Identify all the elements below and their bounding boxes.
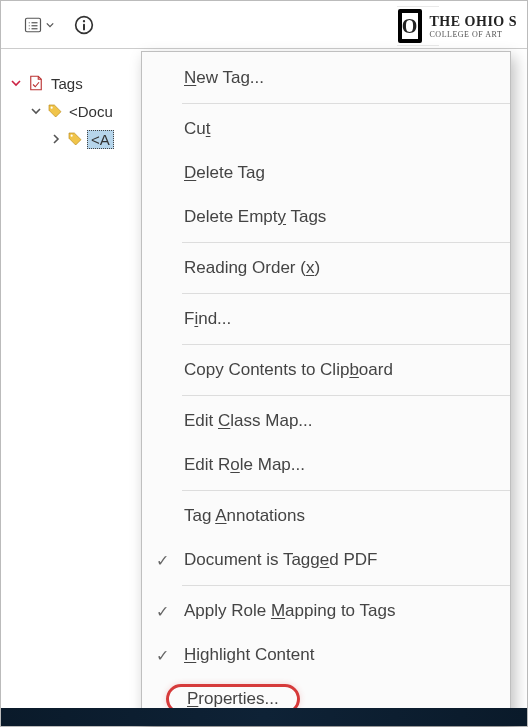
chevron-down-icon [46, 21, 54, 29]
document-strip [1, 708, 527, 726]
tag-icon [47, 103, 63, 119]
svg-point-8 [83, 20, 85, 22]
info-button[interactable] [69, 10, 99, 40]
menu-item-edit-class-map[interactable]: Edit Class Map... [142, 399, 510, 443]
menu-separator [182, 395, 510, 396]
menu-item-delete-tag[interactable]: Delete Tag [142, 151, 510, 195]
collapse-icon[interactable] [29, 104, 43, 118]
check-icon: ✓ [156, 551, 169, 570]
collapse-icon[interactable] [9, 76, 23, 90]
tree-document-label: <Docu [67, 103, 115, 120]
menu-separator [182, 103, 510, 104]
check-icon: ✓ [156, 646, 169, 665]
menu-item-label: Copy Contents to Clipboard [184, 360, 393, 380]
tree-root-label: Tags [49, 75, 85, 92]
menu-item-apply-role-map[interactable]: ✓Apply Role Mapping to Tags [142, 589, 510, 633]
menu-item-highlight[interactable]: ✓Highlight Content [142, 633, 510, 677]
logo: O THE OHIO S COLLEGE OF ART [394, 7, 521, 45]
svg-point-10 [51, 107, 53, 109]
menu-item-label: New Tag... [184, 68, 264, 88]
svg-rect-9 [83, 23, 85, 30]
menu-separator [182, 293, 510, 294]
svg-point-5 [29, 28, 30, 29]
tags-context-menu: New Tag...CutDelete TagDelete Empty Tags… [141, 51, 511, 726]
list-icon [24, 16, 42, 34]
menu-item-label: Properties... [187, 689, 279, 708]
menu-separator [182, 585, 510, 586]
menu-separator [182, 344, 510, 345]
menu-item-edit-role-map[interactable]: Edit Role Map... [142, 443, 510, 487]
tree-row-document[interactable]: <Docu [1, 97, 141, 125]
menu-item-label: Edit Class Map... [184, 411, 313, 431]
menu-item-label: Document is Tagged PDF [184, 550, 377, 570]
menu-item-reading-order[interactable]: Reading Order (x) [142, 246, 510, 290]
check-icon: ✓ [156, 602, 169, 621]
menu-separator [182, 242, 510, 243]
svg-point-11 [71, 135, 73, 137]
panel-frame: O THE OHIO S COLLEGE OF ART Tags [0, 0, 528, 727]
menu-item-label: Apply Role Mapping to Tags [184, 601, 395, 621]
svg-rect-0 [26, 18, 41, 32]
menu-item-label: Tag Annotations [184, 506, 305, 526]
menu-item-doc-tagged[interactable]: ✓Document is Tagged PDF [142, 538, 510, 582]
menu-item-find[interactable]: Find... [142, 297, 510, 341]
logo-main-text: THE OHIO S [430, 14, 517, 30]
tags-tree: Tags <Docu <A [1, 49, 141, 726]
menu-item-label: Delete Tag [184, 163, 265, 183]
menu-item-label: Edit Role Map... [184, 455, 305, 475]
menu-item-copy-clipboard[interactable]: Copy Contents to Clipboard [142, 348, 510, 392]
menu-item-label: Reading Order (x) [184, 258, 320, 278]
menu-item-label: Delete Empty Tags [184, 207, 326, 227]
menu-item-new-tag[interactable]: New Tag... [142, 56, 510, 100]
menu-item-cut[interactable]: Cut [142, 107, 510, 151]
svg-point-1 [29, 22, 30, 23]
menu-item-label: Cut [184, 119, 210, 139]
menu-item-label: Highlight Content [184, 645, 314, 665]
menu-item-label: Find... [184, 309, 231, 329]
menu-separator [182, 490, 510, 491]
menu-item-tag-annots[interactable]: Tag Annotations [142, 494, 510, 538]
logo-o-icon: O [398, 9, 422, 43]
tree-row-root[interactable]: Tags [1, 69, 141, 97]
tags-options-button[interactable] [17, 10, 61, 40]
info-icon [74, 13, 94, 37]
svg-point-3 [29, 25, 30, 26]
expand-icon[interactable] [49, 132, 63, 146]
logo-sub-text: COLLEGE OF ART [430, 30, 517, 39]
tree-row-selected[interactable]: <A [1, 125, 141, 153]
tags-root-icon [27, 74, 45, 92]
tag-icon [67, 131, 83, 147]
menu-item-delete-empty[interactable]: Delete Empty Tags [142, 195, 510, 239]
tree-selected-label: <A [87, 130, 114, 149]
